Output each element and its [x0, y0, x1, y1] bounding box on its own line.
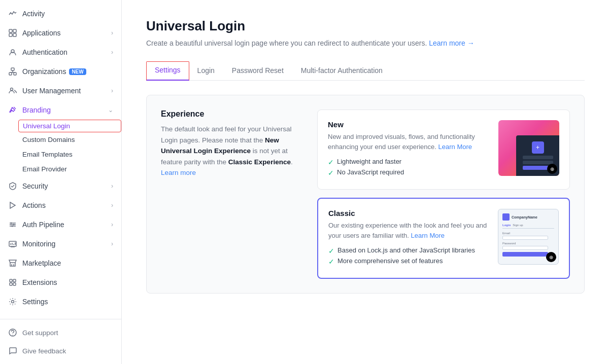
svg-point-16 [13, 224, 15, 226]
new-card-features: ✓ Lightweight and faster ✓ No JavaScript… [328, 158, 490, 177]
actions-icon [8, 201, 17, 210]
sidebar-subitem-email-templates[interactable]: Email Templates [22, 147, 121, 162]
user-management-icon [8, 86, 17, 95]
classic-preview-tab-signup: Sign up [513, 224, 523, 227]
new-card-preview: + ⊕ [498, 120, 559, 176]
experience-desc-bold2: Classic Experience [228, 158, 291, 166]
applications-icon [8, 28, 17, 38]
classic-card-learn-more[interactable]: Learn More [411, 232, 445, 239]
svg-marker-11 [10, 202, 15, 208]
sidebar-nav: Activity Applications › [0, 0, 121, 319]
new-card-content: New New and improved visuals, flows, and… [328, 120, 490, 179]
svg-rect-2 [9, 33, 12, 37]
sidebar-item-monitoring[interactable]: Monitoring › [0, 234, 121, 253]
classic-preview-field1 [502, 236, 548, 240]
chevron-right-icon: › [111, 202, 113, 209]
sidebar-item-security-label: Security [22, 182, 48, 190]
svg-point-32 [12, 335, 13, 335]
organizations-new-badge: NEW [69, 68, 86, 75]
sidebar-item-security[interactable]: Security › [0, 176, 121, 196]
sidebar-item-applications[interactable]: Applications › [0, 23, 121, 43]
classic-preview-field2 [502, 246, 548, 250]
classic-card-preview: CompanyName Login Sign up Email Password [498, 209, 559, 265]
marketplace-icon [8, 259, 17, 268]
authentication-icon [8, 48, 17, 57]
check-icon: ✓ [328, 247, 334, 255]
experience-description-section: Experience The default look and feel for… [161, 110, 303, 279]
sidebar-item-actions[interactable]: Actions › [0, 196, 121, 215]
tab-login[interactable]: Login [195, 61, 224, 81]
svg-rect-29 [13, 283, 16, 285]
classic-card-content: Classic Our existing experience with the… [328, 209, 490, 268]
new-card-learn-more[interactable]: Learn More [438, 143, 472, 151]
chevron-right-icon: › [111, 183, 113, 190]
sidebar-item-organizations[interactable]: Organizations NEW [0, 62, 121, 81]
svg-rect-5 [11, 68, 14, 70]
sidebar-item-user-management[interactable]: User Management › [0, 81, 121, 100]
auth-pipeline-icon [8, 220, 17, 229]
classic-preview-submit [502, 252, 548, 257]
main-content: Universal Login Create a beautiful unive… [122, 0, 609, 364]
svg-point-17 [12, 226, 13, 227]
feedback-icon [8, 346, 17, 355]
new-feature-1: ✓ Lightweight and faster [328, 158, 490, 166]
organizations-icon [8, 67, 17, 76]
check-icon: ✓ [328, 158, 334, 166]
new-card-desc: New and improved visuals, flows, and fun… [328, 132, 490, 152]
get-support-button[interactable]: Get support [0, 323, 121, 342]
classic-experience-card[interactable]: Classic Our existing experience with the… [317, 198, 570, 279]
sidebar-item-actions-label: Actions [22, 201, 46, 209]
monitoring-icon [8, 239, 17, 248]
check-icon: ✓ [328, 258, 334, 266]
page-subtitle: Create a beautiful universal login page … [146, 39, 585, 47]
sidebar-subitem-custom-domains[interactable]: Custom Domains [22, 132, 121, 147]
sidebar-item-activity-label: Activity [22, 10, 45, 18]
sidebar-item-authentication[interactable]: Authentication › [0, 43, 121, 62]
check-icon: ✓ [328, 169, 334, 177]
chevron-right-icon: › [111, 29, 113, 37]
sidebar-bottom: Get support Give feedback [0, 319, 121, 364]
sidebar: Activity Applications › [0, 0, 122, 364]
sidebar-item-monitoring-label: Monitoring [22, 240, 55, 248]
sidebar-subitem-email-provider[interactable]: Email Provider [22, 162, 121, 176]
svg-point-15 [11, 223, 12, 224]
tabs-bar: Settings Login Password Reset Multi-fact… [146, 61, 585, 81]
classic-preview-tabs: Login Sign up [502, 224, 554, 229]
svg-rect-28 [10, 283, 12, 285]
tab-password-reset[interactable]: Password Reset [230, 61, 293, 81]
classic-preview-zoom-icon: ⊕ [546, 252, 556, 262]
chevron-right-icon: › [111, 240, 113, 247]
new-preview-field1 [523, 156, 553, 159]
sidebar-subitem-universal-login[interactable]: Universal Login [18, 120, 121, 132]
experience-content-area: Experience The default look and feel for… [146, 95, 585, 294]
learn-more-link[interactable]: Learn more → [429, 39, 474, 47]
sidebar-item-marketplace-label: Marketplace [22, 259, 61, 267]
sidebar-item-auth-pipeline[interactable]: Auth Pipeline › [0, 215, 121, 234]
extensions-icon [8, 278, 17, 287]
chevron-right-icon: › [111, 221, 113, 228]
activity-icon [8, 9, 17, 18]
svg-rect-3 [13, 33, 16, 37]
new-experience-card[interactable]: New New and improved visuals, flows, and… [317, 110, 570, 190]
sidebar-item-settings[interactable]: Settings [0, 292, 121, 311]
sidebar-item-user-management-label: User Management [22, 87, 81, 95]
new-preview-zoom-icon: ⊕ [547, 164, 557, 174]
sidebar-item-marketplace[interactable]: Marketplace [0, 253, 121, 273]
tab-settings[interactable]: Settings [146, 61, 189, 81]
chevron-right-icon: › [111, 87, 113, 94]
settings-icon [8, 297, 17, 306]
sidebar-item-extensions[interactable]: Extensions [0, 273, 121, 292]
sidebar-item-settings-label: Settings [22, 298, 48, 306]
sidebar-item-branding[interactable]: Branding ⌄ [0, 100, 121, 120]
classic-preview-image: CompanyName Login Sign up Email Password [498, 209, 559, 265]
chevron-right-icon: › [111, 49, 113, 56]
classic-preview-tab-login: Login [502, 224, 511, 227]
classic-preview-label1: Email [502, 232, 554, 235]
classic-preview-header: CompanyName [502, 213, 554, 221]
tab-mfa[interactable]: Multi-factor Authentication [299, 61, 392, 81]
sidebar-item-activity[interactable]: Activity [0, 4, 121, 23]
experience-learn-more-link[interactable]: Learn more [161, 169, 196, 176]
give-feedback-button[interactable]: Give feedback [0, 342, 121, 360]
classic-feature-1: ✓ Based on Lock.js and other JavaScript … [328, 246, 490, 255]
new-card-title: New [328, 120, 490, 129]
